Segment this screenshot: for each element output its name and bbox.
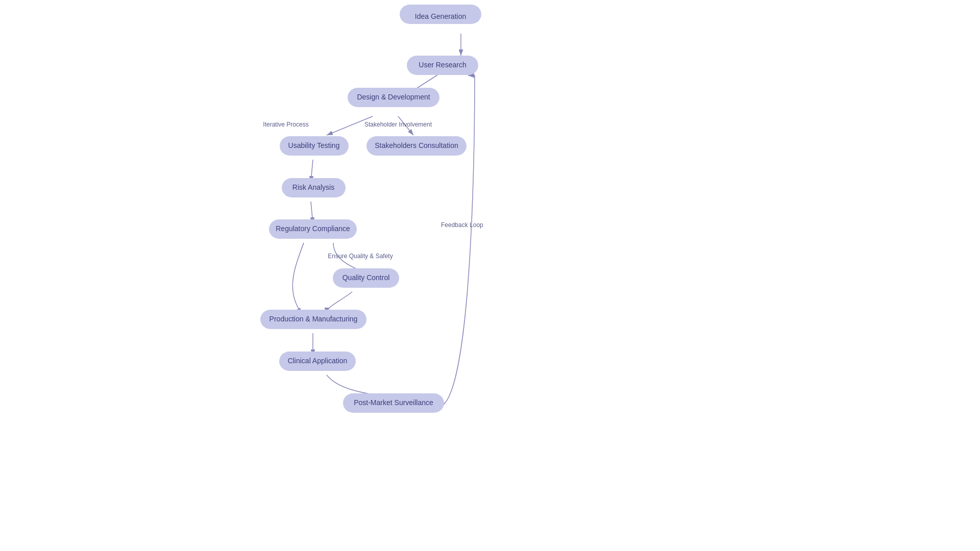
label-risk-analysis: Risk Analysis [292,183,334,191]
feedback-loop-line [438,75,475,407]
label-clinical-application: Clinical Application [288,357,348,365]
label-post-market-surveillance: Post-Market Surveillance [354,398,433,407]
label-user-research: User Research [419,61,466,69]
label-iterative-process: Iterative Process [263,121,308,128]
label-idea-generation: Idea Generation [415,12,466,20]
label-ensure-quality: Ensure Quality & Safety [328,253,393,260]
label-stakeholder-involvement: Stakeholder Involvement [364,121,432,128]
label-design-development: Design & Development [357,93,430,101]
label-quality-control: Quality Control [342,273,390,282]
label-stakeholders-consultation: Stakeholders Consultation [375,141,458,149]
label-regulatory-compliance: Regulatory Compliance [276,224,350,233]
label-production-manufacturing: Production & Manufacturing [270,315,358,323]
label-usability-testing: Usability Testing [288,141,340,149]
label-feedback-loop: Feedback Loop [441,221,483,229]
arrow-regulatory-to-production [292,243,304,314]
